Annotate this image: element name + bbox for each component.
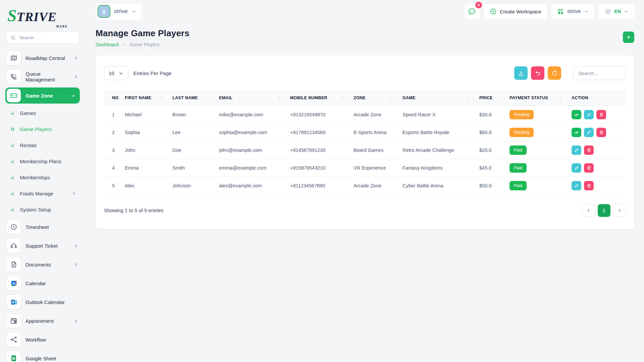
sidebar-item-label: Google Sheet <box>25 356 78 361</box>
cell-game: Retro Arcade Challenge <box>402 141 479 159</box>
sidebar-item-foods-manage[interactable]: Foods Manage <box>5 185 80 201</box>
workspace-name: strive <box>114 8 128 15</box>
pagination-next-button[interactable] <box>613 204 626 217</box>
cell-email: mike@example.com <box>219 106 290 123</box>
sidebar-item-rentals[interactable]: Rentals <box>5 137 80 153</box>
sidebar-item-timesheet[interactable]: Timesheet <box>5 218 80 236</box>
column-header-first-name[interactable]: FIRST NAME↑↓ <box>125 90 172 106</box>
bullet-icon <box>10 191 15 196</box>
cell-game: Speed Racer X <box>402 106 479 123</box>
sidebar-item-system-setup[interactable]: System Setup <box>5 201 80 218</box>
pagination-prev-button[interactable] <box>582 204 595 217</box>
topbar: strive 0 Create Workspace <box>96 1 634 22</box>
entries-per-page-label: Entries Per Page <box>133 70 171 76</box>
undo-button[interactable] <box>531 66 544 80</box>
edit-button[interactable] <box>572 181 581 190</box>
cell-mobile-number: +919876543210 <box>290 159 354 177</box>
entries-per-page-select[interactable]: 10 <box>104 66 128 80</box>
create-workspace-button[interactable]: Create Workspace <box>484 4 547 19</box>
brand-logo[interactable]: STRIVE MAKE <box>5 4 80 29</box>
table-search-input[interactable] <box>573 66 626 80</box>
sidebar-item-label: RoadMap Central <box>25 55 69 61</box>
sidebar-item-google-sheet[interactable]: Google Sheet <box>5 349 80 362</box>
sidebar-item-label: Game Zone <box>25 93 66 99</box>
cell-last-name: Smith <box>172 159 219 177</box>
edit-button[interactable] <box>584 110 594 119</box>
cell-zone: VR Experience <box>354 159 402 177</box>
sidebar-item-documents[interactable]: Documents <box>5 255 80 274</box>
delete-button[interactable] <box>584 181 594 190</box>
pagination-page-1-button[interactable]: 1 <box>598 204 610 217</box>
refresh-button[interactable] <box>548 66 561 80</box>
breadcrumb-dashboard-link[interactable]: Dashboard <box>96 42 119 47</box>
chat-button[interactable]: 0 <box>465 4 480 19</box>
column-header-payment-status[interactable]: PAYMENT STATUS↑↓ <box>509 90 572 106</box>
google-calendar-icon: 31 <box>7 276 21 290</box>
column-header-price[interactable]: PRICE↑↓ <box>479 90 509 106</box>
column-header-mobile-number[interactable]: MOBILE NUMBER↑↓ <box>290 90 354 106</box>
cell-no: 3 <box>104 141 125 159</box>
sidebar-item-game-zone[interactable]: Game Zone <box>5 87 80 104</box>
sidebar: STRIVE MAKE RoadMap CentralQueue Managem… <box>0 0 85 362</box>
payment-status-badge: Paid <box>509 163 527 173</box>
sidebar-item-game-players[interactable]: Game Players <box>5 121 80 137</box>
column-header-game[interactable]: GAME↑↓ <box>402 90 479 106</box>
approve-button[interactable] <box>572 128 581 137</box>
column-header-email[interactable]: EMAIL↑↓ <box>219 90 290 106</box>
org-switcher[interactable]: strive <box>551 4 594 19</box>
delete-button[interactable] <box>596 128 606 137</box>
delete-button[interactable] <box>584 163 594 173</box>
cell-mobile-number: +911234567890 <box>290 177 354 194</box>
sidebar-search-input[interactable] <box>19 35 75 41</box>
workspace-selector[interactable]: strive <box>96 3 142 20</box>
language-selector[interactable]: EN <box>599 4 634 19</box>
breadcrumb: Dashboard Game Players <box>96 42 190 47</box>
edit-button[interactable] <box>584 128 594 137</box>
sidebar-item-workflow[interactable]: Workflow <box>5 330 80 349</box>
approve-button[interactable] <box>572 110 581 119</box>
sidebar-item-games[interactable]: Games <box>5 105 80 121</box>
edit-button[interactable] <box>572 163 581 173</box>
cell-no: 2 <box>104 123 125 141</box>
chevron-right-icon <box>73 243 78 248</box>
chevron-right-icon <box>617 208 622 213</box>
sidebar-item-label: Foods Manage <box>20 191 66 196</box>
sidebar-item-roadmap-central[interactable]: RoadMap Central <box>5 49 80 67</box>
cell-zone: E-Sports Arena <box>354 123 402 141</box>
sidebar-item-appointment[interactable]: Appointment <box>5 311 80 330</box>
sidebar-item-membership-plans[interactable]: Membership Plans <box>5 153 80 169</box>
column-header-zone[interactable]: ZONE↑↓ <box>354 90 402 106</box>
export-download-button[interactable] <box>514 66 528 80</box>
pagination: 1 <box>582 204 626 217</box>
sidebar-item-calendar[interactable]: 31Calendar <box>5 274 80 293</box>
column-header-last-name[interactable]: LAST NAME↑↓ <box>172 90 219 106</box>
entries-control: 10 Entries Per Page <box>104 66 171 80</box>
plus-icon <box>626 34 632 40</box>
table-tools <box>514 66 626 80</box>
sidebar-item-support-ticket[interactable]: Support Ticket <box>5 236 80 255</box>
cell-game: Fantasy Kingdoms <box>402 159 479 177</box>
add-player-button[interactable] <box>623 32 634 43</box>
clock-icon <box>7 220 21 234</box>
sidebar-item-memberships[interactable]: Memberships <box>5 169 80 185</box>
chevron-right-icon <box>73 56 78 61</box>
cell-price: $30.0 <box>479 106 509 123</box>
cell-mobile-number: +917891234560 <box>290 123 354 141</box>
sidebar-item-label: Timesheet <box>25 224 78 230</box>
delete-button[interactable] <box>596 110 606 119</box>
brand-tagline: MAKE <box>56 24 68 28</box>
edit-button[interactable] <box>572 145 581 155</box>
sidebar-item-outlook-calendar[interactable]: Outlook Calendar <box>5 293 80 311</box>
column-header-no: NO <box>104 90 125 106</box>
map-icon <box>7 51 21 65</box>
sidebar-item-queue-management[interactable]: Queue Management <box>5 67 80 86</box>
workflow-icon <box>7 333 21 347</box>
sidebar-item-label: Workflow <box>25 337 78 343</box>
headset-icon <box>7 239 21 253</box>
chevron-down-icon <box>118 71 123 76</box>
delete-button[interactable] <box>584 145 594 155</box>
document-icon <box>7 257 21 272</box>
sidebar-item-label: Membership Plans <box>20 159 76 164</box>
cell-first-name: Alex <box>125 177 172 194</box>
appointment-icon <box>7 314 21 328</box>
